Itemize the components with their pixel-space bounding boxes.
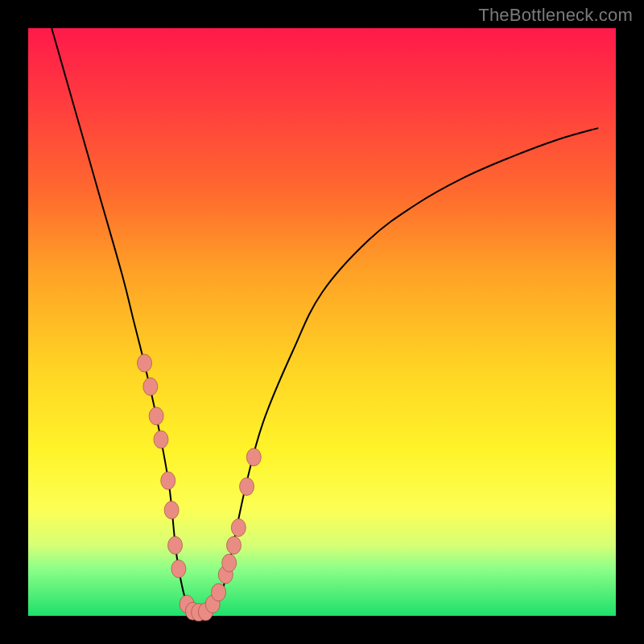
data-marker	[240, 477, 254, 495]
data-marker	[231, 519, 246, 537]
data-marker	[246, 448, 261, 466]
data-marker	[222, 554, 237, 572]
data-marker	[164, 502, 179, 519]
data-marker	[154, 431, 168, 448]
watermark-text: TheBottleneck.com	[478, 5, 633, 26]
data-marker	[143, 378, 158, 395]
data-marker	[161, 472, 175, 489]
bottleneck-curve	[52, 28, 598, 613]
data-marker	[168, 536, 183, 554]
data-marker	[171, 560, 186, 578]
chart-container: TheBottleneck.com	[0, 0, 644, 644]
data-marker	[227, 536, 242, 554]
plot-area	[28, 28, 616, 616]
data-marker	[212, 584, 226, 601]
data-marker	[138, 354, 152, 372]
marker-group	[138, 354, 262, 621]
data-marker	[149, 407, 163, 425]
curve-svg	[28, 28, 616, 616]
